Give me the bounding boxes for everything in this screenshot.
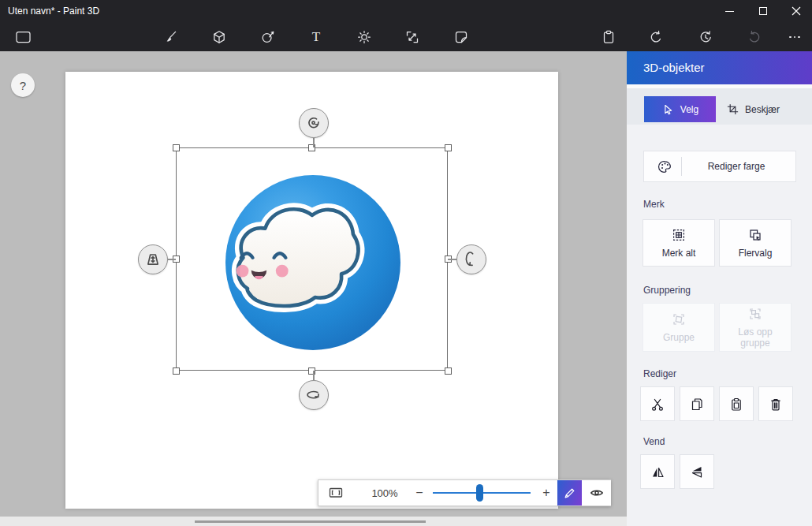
brush-tool-button[interactable] xyxy=(159,25,183,49)
fit-screen-icon xyxy=(328,485,344,501)
minimize-button[interactable] xyxy=(712,0,747,22)
trash-icon xyxy=(769,397,783,412)
side-panel: 3D-objekter Velg Beskjær xyxy=(627,51,812,526)
help-button[interactable]: ? xyxy=(11,73,35,97)
connector-bottom xyxy=(313,371,315,380)
multi-select-icon xyxy=(748,228,762,242)
brush-icon xyxy=(163,29,179,45)
effects-button[interactable] xyxy=(352,25,376,49)
selection-box[interactable] xyxy=(176,147,448,371)
multi-select-button[interactable]: Flervalg xyxy=(719,219,792,267)
paste-edit-button[interactable] xyxy=(719,386,754,421)
edit-color-label: Rediger farge xyxy=(682,161,791,172)
eye-icon xyxy=(589,485,605,501)
edit-color-button[interactable]: Rediger farge xyxy=(643,151,796,182)
select-tool-label: Velg xyxy=(680,104,698,115)
rotate-x-handle[interactable] xyxy=(456,244,486,274)
section-label-rediger: Rediger xyxy=(643,368,676,379)
cursor-icon xyxy=(661,103,674,116)
shapes-2d-icon xyxy=(260,29,276,45)
draw-mode-button[interactable] xyxy=(557,480,582,505)
history-button[interactable] xyxy=(694,25,717,49)
2d-shapes-button[interactable] xyxy=(256,25,280,49)
flip-horizontal-button[interactable] xyxy=(640,454,675,489)
view-mode-button[interactable] xyxy=(582,480,611,505)
zoom-out-button[interactable]: − xyxy=(410,480,429,505)
connector-right xyxy=(448,259,456,260)
window-title: Uten navn* - Paint 3D xyxy=(8,0,99,22)
copy-button[interactable] xyxy=(680,386,714,421)
paint3d-window: Uten navn* - Paint 3D T xyxy=(0,0,812,526)
horizontal-scrollbar-thumb[interactable] xyxy=(195,520,426,523)
flip-vertical-icon xyxy=(690,464,705,479)
redo-icon xyxy=(747,29,762,45)
maximize-icon xyxy=(759,7,767,15)
3d-shapes-button[interactable] xyxy=(207,25,231,49)
rotate-x-icon xyxy=(463,250,480,269)
resize-handle-nw[interactable] xyxy=(173,144,180,151)
cut-button[interactable] xyxy=(640,386,675,421)
connector-top xyxy=(313,138,315,147)
group-button[interactable]: Gruppe xyxy=(643,303,715,352)
resize-handle-se[interactable] xyxy=(445,367,452,375)
fit-to-screen-button[interactable] xyxy=(325,480,347,505)
maximize-button[interactable] xyxy=(746,0,780,22)
paste-button[interactable] xyxy=(597,25,620,49)
toolbar: T xyxy=(0,22,812,51)
redo-button[interactable] xyxy=(743,25,766,49)
resize-handle-ne[interactable] xyxy=(445,144,452,151)
close-icon xyxy=(792,6,801,16)
flip-vertical-button[interactable] xyxy=(680,454,714,489)
menu-icon xyxy=(15,29,32,45)
zoom-in-button[interactable]: + xyxy=(537,480,556,505)
rotate-z-icon xyxy=(305,114,322,132)
depth-handle[interactable] xyxy=(138,244,168,274)
ungroup-label: Løs opp gruppe xyxy=(724,326,786,349)
help-icon: ? xyxy=(20,79,26,92)
section-label-merk: Merk xyxy=(643,199,665,210)
cube-3d-icon xyxy=(211,29,227,45)
workspace: ? xyxy=(0,51,627,517)
resize-handle-s[interactable] xyxy=(308,367,315,375)
crop-tool-button[interactable]: Beskjær xyxy=(721,96,784,122)
rotate-y-icon xyxy=(304,386,323,404)
undo-button[interactable] xyxy=(644,25,668,49)
zoom-slider-thumb[interactable] xyxy=(476,484,483,502)
crop-icon xyxy=(726,103,739,116)
sun-effects-icon xyxy=(356,29,372,45)
titlebar: Uten navn* - Paint 3D xyxy=(0,0,812,22)
zoom-slider[interactable] xyxy=(433,480,531,505)
multi-select-label: Flervalg xyxy=(739,248,773,259)
cut-icon xyxy=(650,397,665,412)
select-all-button[interactable]: Merk alt xyxy=(643,219,715,267)
select-all-icon xyxy=(672,228,686,242)
section-label-vend: Vend xyxy=(643,436,665,447)
text-tool-button[interactable]: T xyxy=(304,25,328,49)
resize-handle-sw[interactable] xyxy=(173,367,180,375)
ungroup-button[interactable]: Løs opp gruppe xyxy=(719,303,792,352)
sticker-icon xyxy=(453,29,469,45)
resize-handle-n[interactable] xyxy=(308,144,315,151)
select-tool-button[interactable]: Velg xyxy=(644,96,716,122)
crop-tool-label: Beskjær xyxy=(745,104,780,115)
panel-title: 3D-objekter xyxy=(627,51,812,84)
canvas-button[interactable] xyxy=(400,25,424,49)
text-tool-icon: T xyxy=(312,29,320,45)
more-button[interactable] xyxy=(783,25,806,49)
paste-icon xyxy=(601,29,616,45)
menu-button[interactable] xyxy=(11,25,35,49)
paste-edit-icon xyxy=(729,397,743,412)
rotate-z-handle[interactable] xyxy=(299,108,329,138)
stickers-button[interactable] xyxy=(449,25,473,49)
history-clock-icon xyxy=(698,29,713,45)
select-crop-row: Velg Beskjær xyxy=(627,88,812,125)
close-button[interactable] xyxy=(779,0,812,22)
rotate-y-handle[interactable] xyxy=(299,380,329,410)
delete-button[interactable] xyxy=(758,386,793,421)
zoom-slider-track[interactable] xyxy=(433,492,531,494)
palette-icon xyxy=(649,159,681,174)
horizontal-scrollbar[interactable] xyxy=(0,517,627,526)
flip-horizontal-icon xyxy=(650,464,665,479)
copy-icon xyxy=(690,397,704,412)
section-label-gruppering: Gruppering xyxy=(643,285,691,296)
